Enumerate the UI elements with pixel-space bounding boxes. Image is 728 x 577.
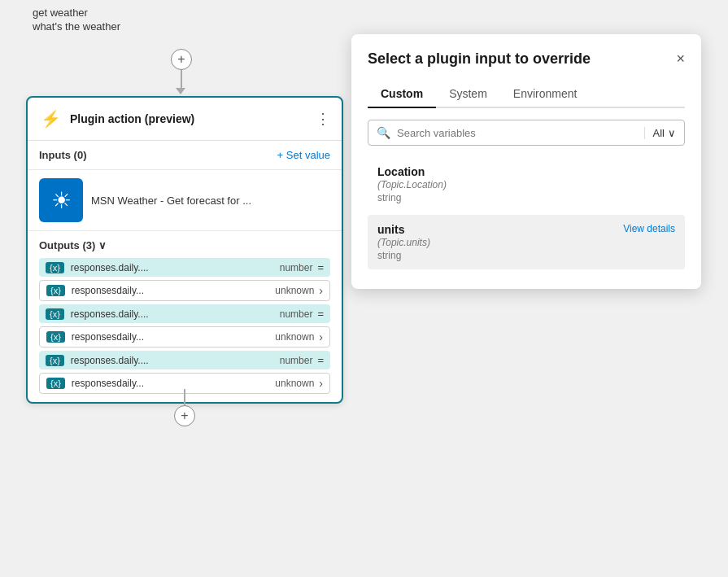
output-row-2[interactable]: {x} responsesdaily... unknown › [39, 280, 330, 301]
output-tag-6: {x} [46, 378, 65, 389]
output-row-5: {x} responses.daily.... number = [39, 351, 330, 369]
output-arrow-6: › [319, 377, 323, 390]
output-tag-1: {x} [46, 262, 64, 273]
plus-icon: + [177, 52, 185, 67]
msn-icon: ☀ [39, 178, 83, 222]
output-type-3: number [280, 308, 313, 320]
output-type-2: unknown [275, 285, 314, 296]
plugin-action-icon: ⚡ [39, 107, 62, 130]
output-type-5: number [280, 355, 313, 366]
search-input[interactable] [397, 127, 644, 139]
output-arrow-2: › [319, 284, 323, 297]
output-name-2: responsesdaily... [72, 285, 275, 296]
output-tag-3: {x} [46, 308, 64, 320]
tab-custom[interactable]: Custom [368, 81, 436, 108]
add-step-button[interactable]: + [171, 49, 192, 70]
variable-item-units[interactable]: units (Topic.units) View details string [368, 215, 685, 269]
output-row-4[interactable]: {x} responsesdaily... unknown › [39, 326, 330, 348]
output-type-1: number [280, 262, 313, 273]
output-type-6: unknown [275, 378, 314, 389]
tab-system[interactable]: System [436, 81, 500, 108]
plugin-card-menu-button[interactable]: ⋮ [316, 110, 330, 128]
variable-type-units: string [377, 250, 675, 261]
search-filter-dropdown[interactable]: All ∨ [644, 127, 676, 139]
view-details-link-units[interactable]: View details [623, 223, 675, 234]
plugin-card-title: Plugin action (preview) [70, 112, 307, 125]
output-name-4: responsesdaily... [72, 331, 275, 343]
override-tabs: Custom System Environment [368, 81, 685, 108]
outputs-label: Outputs (3) ∨ [39, 239, 330, 251]
output-row-1: {x} responses.daily.... number = [39, 258, 330, 277]
output-name-5: responses.daily.... [71, 355, 280, 366]
output-name-6: responsesdaily... [72, 378, 275, 389]
override-panel-title: Select a plugin input to override [368, 50, 591, 68]
inputs-label: Inputs (0) [39, 149, 87, 161]
search-icon: 🔍 [377, 126, 390, 139]
inputs-section: Inputs (0) + Set value [28, 141, 342, 170]
output-name-3: responses.daily.... [71, 308, 280, 320]
outputs-chevron: ∨ [98, 239, 107, 251]
bottom-plus-button[interactable]: + [174, 405, 195, 426]
output-arrow-4: › [319, 330, 323, 343]
output-type-4: unknown [275, 331, 314, 343]
plugin-card: ⚡ Plugin action (preview) ⋮ Inputs (0) +… [26, 96, 343, 404]
set-value-button[interactable]: + Set value [277, 149, 330, 161]
override-close-button[interactable]: × [676, 50, 685, 68]
trigger-line-1: get weather [33, 7, 120, 19]
output-tag-4: {x} [46, 331, 65, 343]
override-panel-header: Select a plugin input to override × [368, 50, 685, 68]
tab-environment[interactable]: Environment [500, 81, 591, 108]
variable-name-location: Location (Topic.Location) [377, 165, 447, 190]
msn-title: MSN Weather - Get forecast for ... [91, 195, 251, 207]
variable-item-top-units: units (Topic.units) View details [377, 223, 675, 248]
msn-row: ☀ MSN Weather - Get forecast for ... [28, 170, 342, 231]
trigger-text-area: get weather what's the weather [33, 7, 120, 34]
variable-item-location[interactable]: Location (Topic.Location) string [368, 157, 685, 212]
output-eq-5: = [317, 354, 324, 366]
trigger-line-2: what's the weather [33, 20, 120, 33]
output-name-1: responses.daily.... [71, 262, 280, 273]
output-row-3: {x} responses.daily.... number = [39, 304, 330, 323]
connector-arrow [176, 88, 185, 94]
outputs-section: Outputs (3) ∨ {x} responses.daily.... nu… [28, 231, 342, 402]
variable-type-location: string [377, 192, 675, 203]
filter-chevron-icon: ∨ [668, 127, 676, 139]
search-box: 🔍 All ∨ [368, 120, 685, 146]
variable-item-top-location: Location (Topic.Location) [377, 165, 675, 190]
output-tag-5: {x} [46, 355, 64, 366]
bottom-connector: + [174, 389, 195, 426]
output-tag-2: {x} [46, 285, 65, 296]
variable-info-units: units (Topic.units) [377, 223, 430, 248]
output-eq-1: = [317, 261, 324, 273]
bottom-line [184, 389, 185, 405]
flow-canvas: get weather what's the weather + ⚡ Plugi… [0, 0, 728, 577]
plugin-card-header: ⚡ Plugin action (preview) ⋮ [28, 98, 342, 141]
output-eq-3: = [317, 308, 324, 320]
override-panel: Select a plugin input to override × Cust… [351, 34, 701, 289]
